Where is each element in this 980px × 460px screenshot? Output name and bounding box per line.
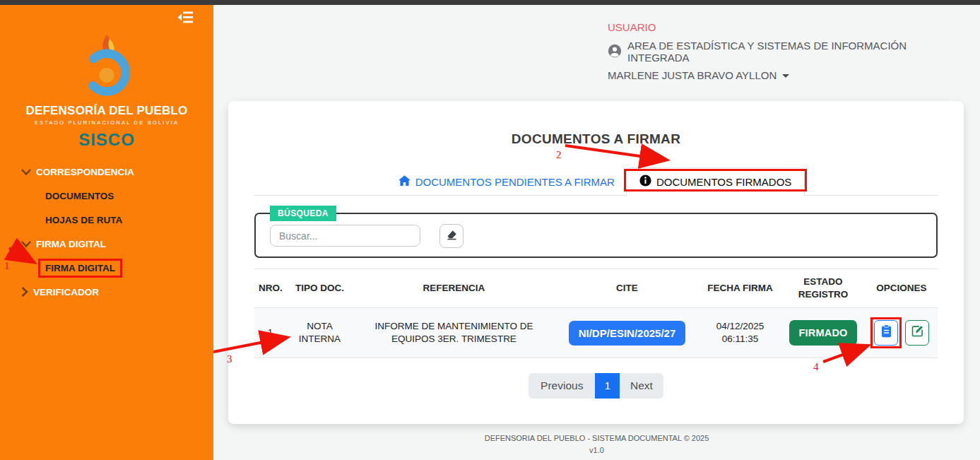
cell-nro: 1 — [254, 308, 286, 358]
table-header-row: NRO. TIPO DOC. REFERENCIA CITE FECHA FIR… — [254, 269, 938, 308]
col-tipo-doc: TIPO DOC. — [286, 269, 353, 308]
home-icon — [399, 175, 411, 189]
user-avatar-icon — [608, 44, 622, 60]
app-name: SISCO — [78, 130, 135, 150]
edit-button[interactable] — [905, 320, 929, 346]
col-fecha-firma: FECHA FIRMA — [699, 269, 781, 308]
user-menu[interactable]: MARLENE JUSTA BRAVO AYLLON — [608, 69, 968, 81]
sidebar-nav: CORRESPONDENCIA DOCUMENTOS HOJAS DE RUTA… — [0, 160, 213, 304]
sidebar-collapse-icon[interactable] — [177, 11, 194, 24]
chevron-down-icon — [21, 241, 31, 247]
table-row: 1 NOTA INTERNA INFORME DE MANTENIMIENTO … — [254, 308, 938, 358]
eraser-icon — [446, 229, 458, 244]
chevron-down-icon — [21, 169, 31, 175]
window-top-strip — [0, 0, 980, 5]
brand-title: DEFENSORÍA DEL PUEBLO — [25, 104, 187, 118]
sidebar-item-correspondencia[interactable]: CORRESPONDENCIA — [0, 160, 213, 184]
pagination-page-1[interactable]: 1 — [595, 373, 620, 399]
cell-cite: NI/DP/ESIN/2025/27 — [555, 308, 699, 358]
edit-icon — [911, 325, 923, 341]
brand-subtitle: ESTADO PLURINACIONAL DE BOLIVIA — [35, 119, 179, 126]
sidebar-item-verificador[interactable]: VERIFICADOR — [0, 280, 213, 304]
documents-card: DOCUMENTOS A FIRMAR DOCUMENTOS PENDIENTE… — [228, 101, 964, 424]
pagination: Previous 1 Next — [228, 373, 964, 399]
search-panel: BÚSQUEDA — [254, 213, 938, 258]
sidebar-item-firma-digital-group[interactable]: FIRMA DIGITAL — [0, 232, 213, 256]
search-legend: BÚSQUEDA — [270, 206, 336, 221]
cell-opciones — [866, 308, 938, 358]
status-badge: FIRMADO — [789, 320, 856, 346]
sidebar-item-label: DOCUMENTOS — [45, 191, 114, 201]
clear-search-button[interactable] — [439, 224, 464, 248]
tab-documentos-firmados[interactable]: DOCUMENTOS FIRMADOS — [626, 167, 805, 196]
user-name-text: MARLENE JUSTA BRAVO AYLLON — [608, 69, 777, 81]
sidebar-item-hojas-de-ruta[interactable]: HOJAS DE RUTA — [0, 208, 213, 232]
sidebar-item-label: HOJAS DE RUTA — [45, 215, 122, 225]
cell-referencia: INFORME DE MANTENIMIENTO DE EQUIPOS 3ER.… — [353, 308, 555, 358]
clipboard-icon — [881, 324, 892, 341]
cell-estado: FIRMADO — [781, 308, 866, 358]
sidebar-item-label: VERIFICADOR — [33, 287, 99, 297]
footer: DEFENSORIA DEL PUEBLO - SISTEMA DOCUMENT… — [213, 432, 980, 456]
user-block: USUARIO AREA DE ESTADÍSTICA Y SISTEMAS D… — [608, 21, 968, 81]
sidebar-item-label: CORRESPONDENCIA — [36, 167, 134, 177]
clipboard-button[interactable] — [874, 320, 898, 346]
sidebar-item-label: FIRMA DIGITAL — [36, 239, 106, 249]
footer-line1: DEFENSORIA DEL PUEBLO - SISTEMA DOCUMENT… — [213, 432, 980, 444]
defensoria-logo — [73, 33, 141, 101]
pagination-next[interactable]: Next — [620, 373, 663, 399]
sidebar-item-label: FIRMA DIGITAL — [45, 263, 115, 273]
tab-label: DOCUMENTOS FIRMADOS — [656, 176, 791, 188]
tab-documentos-pendientes[interactable]: DOCUMENTOS PENDIENTES A FIRMAR — [387, 169, 626, 195]
col-opciones: OPCIONES — [866, 269, 938, 308]
page-title: DOCUMENTOS A FIRMAR — [228, 131, 964, 147]
cite-button[interactable]: NI/DP/ESIN/2025/27 — [569, 321, 686, 346]
footer-line2: v1.0 — [213, 444, 980, 456]
cell-fecha-firma: 04/12/2025 06:11:35 — [699, 308, 781, 358]
sidebar: DEFENSORÍA DEL PUEBLO ESTADO PLURINACION… — [0, 5, 213, 460]
chevron-right-icon — [21, 287, 28, 297]
search-input[interactable] — [270, 225, 420, 247]
user-label: USUARIO — [608, 21, 968, 33]
sidebar-item-firma-digital[interactable]: FIRMA DIGITAL — [0, 256, 213, 280]
col-cite: CITE — [555, 269, 699, 308]
user-area-text: AREA DE ESTADÍSTICA Y SISTEMAS DE INFORM… — [627, 40, 968, 64]
pagination-previous[interactable]: Previous — [529, 373, 595, 399]
tab-label: DOCUMENTOS PENDIENTES A FIRMAR — [415, 176, 615, 188]
tabbar: DOCUMENTOS PENDIENTES A FIRMAR DOCUMENTO… — [254, 167, 938, 196]
info-icon — [639, 175, 651, 189]
documents-table: NRO. TIPO DOC. REFERENCIA CITE FECHA FIR… — [254, 269, 938, 358]
col-estado-registro: ESTADO REGISTRO — [781, 269, 866, 308]
caret-down-icon — [782, 74, 789, 78]
col-nro: NRO. — [254, 269, 286, 308]
col-referencia: REFERENCIA — [353, 269, 555, 308]
cell-tipo-doc: NOTA INTERNA — [286, 308, 353, 358]
sidebar-item-documentos[interactable]: DOCUMENTOS — [0, 184, 213, 208]
